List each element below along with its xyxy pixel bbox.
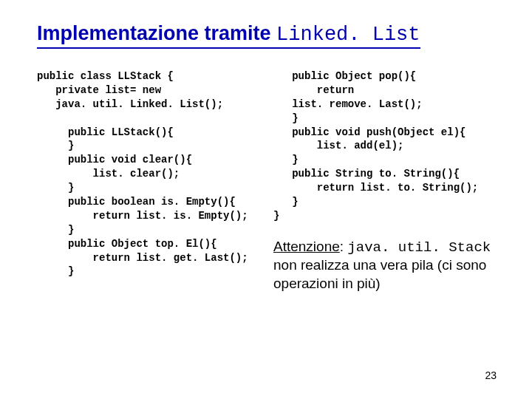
content-columns: public class LLStack { private list= new… [37,69,502,293]
code-left: public class LLStack { private list= new… [37,69,266,279]
note-rest: non realizza una vera pila (ci sono oper… [273,257,486,291]
slide-title: Implementazione tramite Linked. List [37,22,420,49]
note-mono: java. util. Stack [347,239,491,256]
note-paragraph: Attenzione: java. util. Stack non realiz… [273,238,502,293]
title-prefix: Implementazione tramite [37,22,276,44]
left-column: public class LLStack { private list= new… [37,69,266,293]
page-number: 23 [485,369,497,381]
note-underline: Attenzione [273,239,340,254]
code-right: public Object pop(){ return list. remove… [273,69,502,223]
right-column: public Object pop(){ return list. remove… [273,69,502,293]
title-mono: Linked. List [276,24,420,46]
